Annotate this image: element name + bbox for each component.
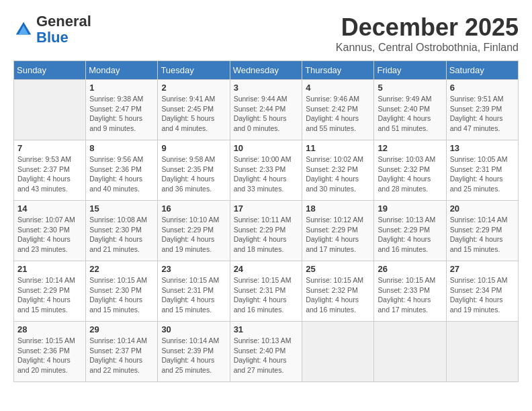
day-number: 5 [378, 83, 442, 93]
calendar-cell [14, 80, 86, 140]
day-number: 15 [89, 203, 154, 214]
title-block: December 2025 Kannus, Central Ostrobothn… [336, 13, 519, 54]
calendar-week-5: 28Sunrise: 10:15 AM Sunset: 2:36 PM Dayl… [14, 322, 519, 382]
page-header: General Blue December 2025 Kannus, Centr… [13, 13, 519, 54]
calendar-week-2: 7Sunrise: 9:53 AM Sunset: 2:37 PM Daylig… [14, 140, 519, 201]
day-info: Sunrise: 10:05 AM Sunset: 2:31 PM Daylig… [450, 154, 515, 194]
day-info: Sunrise: 10:15 AM Sunset: 2:31 PM Daylig… [161, 275, 226, 315]
calendar-cell: 18Sunrise: 10:12 AM Sunset: 2:29 PM Dayl… [302, 201, 374, 261]
day-info: Sunrise: 10:14 AM Sunset: 2:29 PM Daylig… [17, 275, 82, 315]
day-number: 4 [306, 83, 370, 93]
day-info: Sunrise: 10:15 AM Sunset: 2:36 PM Daylig… [17, 336, 82, 375]
day-info: Sunrise: 9:58 AM Sunset: 2:35 PM Dayligh… [161, 154, 226, 194]
day-info: Sunrise: 10:13 AM Sunset: 2:40 PM Daylig… [234, 336, 299, 375]
calendar-cell: 19Sunrise: 10:13 AM Sunset: 2:29 PM Dayl… [374, 201, 446, 261]
day-number: 13 [450, 143, 515, 153]
day-number: 29 [89, 324, 154, 334]
day-number: 10 [234, 143, 299, 153]
day-info: Sunrise: 10:10 AM Sunset: 2:29 PM Daylig… [161, 215, 226, 255]
calendar-cell: 24Sunrise: 10:15 AM Sunset: 2:31 PM Dayl… [230, 261, 302, 322]
calendar-cell: 11Sunrise: 10:02 AM Sunset: 2:32 PM Dayl… [302, 140, 374, 201]
calendar-header-row: SundayMondayTuesdayWednesdayThursdayFrid… [14, 61, 519, 80]
day-info: Sunrise: 10:07 AM Sunset: 2:30 PM Daylig… [17, 215, 82, 255]
logo-general-text: General [36, 13, 91, 30]
day-number: 2 [161, 83, 226, 93]
calendar-cell [446, 322, 518, 382]
day-number: 21 [17, 264, 82, 274]
calendar-cell: 10Sunrise: 10:00 AM Sunset: 2:33 PM Dayl… [230, 140, 302, 201]
day-header-sunday: Sunday [14, 61, 86, 80]
day-number: 30 [161, 324, 226, 334]
calendar-cell: 1Sunrise: 9:38 AM Sunset: 2:47 PM Daylig… [86, 80, 158, 140]
day-info: Sunrise: 10:15 AM Sunset: 2:34 PM Daylig… [450, 275, 515, 315]
day-number: 7 [17, 143, 82, 153]
day-info: Sunrise: 10:14 AM Sunset: 2:29 PM Daylig… [450, 215, 515, 255]
calendar-cell: 22Sunrise: 10:15 AM Sunset: 2:30 PM Dayl… [86, 261, 158, 322]
day-header-wednesday: Wednesday [230, 61, 302, 80]
calendar-cell [302, 322, 374, 382]
day-number: 19 [378, 203, 442, 214]
day-number: 14 [17, 203, 82, 214]
day-number: 6 [450, 83, 515, 93]
calendar-cell: 9Sunrise: 9:58 AM Sunset: 2:35 PM Daylig… [158, 140, 230, 201]
day-info: Sunrise: 9:49 AM Sunset: 2:40 PM Dayligh… [378, 94, 442, 134]
day-info: Sunrise: 9:51 AM Sunset: 2:39 PM Dayligh… [450, 94, 515, 134]
day-number: 9 [161, 143, 226, 153]
day-info: Sunrise: 9:56 AM Sunset: 2:36 PM Dayligh… [89, 154, 154, 194]
calendar-cell: 25Sunrise: 10:15 AM Sunset: 2:32 PM Dayl… [302, 261, 374, 322]
day-number: 1 [89, 83, 154, 93]
day-info: Sunrise: 10:08 AM Sunset: 2:30 PM Daylig… [89, 215, 154, 255]
calendar-cell: 16Sunrise: 10:10 AM Sunset: 2:29 PM Dayl… [158, 201, 230, 261]
day-info: Sunrise: 10:13 AM Sunset: 2:29 PM Daylig… [378, 215, 442, 255]
day-info: Sunrise: 10:12 AM Sunset: 2:29 PM Daylig… [306, 215, 370, 255]
day-number: 16 [161, 203, 226, 214]
calendar-cell: 27Sunrise: 10:15 AM Sunset: 2:34 PM Dayl… [446, 261, 518, 322]
day-info: Sunrise: 10:02 AM Sunset: 2:32 PM Daylig… [306, 154, 370, 194]
calendar-cell: 23Sunrise: 10:15 AM Sunset: 2:31 PM Dayl… [158, 261, 230, 322]
calendar-cell: 20Sunrise: 10:14 AM Sunset: 2:29 PM Dayl… [446, 201, 518, 261]
logo-blue-text: Blue [36, 30, 91, 46]
day-header-monday: Monday [86, 61, 158, 80]
calendar-cell: 21Sunrise: 10:14 AM Sunset: 2:29 PM Dayl… [14, 261, 86, 322]
day-number: 20 [450, 203, 515, 214]
calendar-cell: 28Sunrise: 10:15 AM Sunset: 2:36 PM Dayl… [14, 322, 86, 382]
calendar-cell: 15Sunrise: 10:08 AM Sunset: 2:30 PM Dayl… [86, 201, 158, 261]
day-number: 22 [89, 264, 154, 274]
day-info: Sunrise: 10:14 AM Sunset: 2:39 PM Daylig… [161, 336, 226, 375]
calendar-cell: 12Sunrise: 10:03 AM Sunset: 2:32 PM Dayl… [374, 140, 446, 201]
calendar-week-1: 1Sunrise: 9:38 AM Sunset: 2:47 PM Daylig… [14, 80, 519, 140]
day-header-thursday: Thursday [302, 61, 374, 80]
day-info: Sunrise: 9:46 AM Sunset: 2:42 PM Dayligh… [306, 94, 370, 134]
day-number: 23 [161, 264, 226, 274]
calendar-cell: 7Sunrise: 9:53 AM Sunset: 2:37 PM Daylig… [14, 140, 86, 201]
day-info: Sunrise: 10:14 AM Sunset: 2:37 PM Daylig… [89, 336, 154, 375]
calendar-cell [374, 322, 446, 382]
day-info: Sunrise: 9:41 AM Sunset: 2:45 PM Dayligh… [161, 94, 226, 134]
calendar-cell: 14Sunrise: 10:07 AM Sunset: 2:30 PM Dayl… [14, 201, 86, 261]
day-number: 31 [234, 324, 299, 334]
day-number: 17 [234, 203, 299, 214]
day-info: Sunrise: 10:15 AM Sunset: 2:31 PM Daylig… [234, 275, 299, 315]
day-number: 28 [17, 324, 82, 334]
day-header-friday: Friday [374, 61, 446, 80]
day-number: 8 [89, 143, 154, 153]
logo: General Blue [13, 13, 91, 46]
calendar-cell: 5Sunrise: 9:49 AM Sunset: 2:40 PM Daylig… [374, 80, 446, 140]
day-number: 27 [450, 264, 515, 274]
calendar-cell: 26Sunrise: 10:15 AM Sunset: 2:33 PM Dayl… [374, 261, 446, 322]
calendar-cell: 6Sunrise: 9:51 AM Sunset: 2:39 PM Daylig… [446, 80, 518, 140]
calendar-cell: 31Sunrise: 10:13 AM Sunset: 2:40 PM Dayl… [230, 322, 302, 382]
calendar-week-3: 14Sunrise: 10:07 AM Sunset: 2:30 PM Dayl… [14, 201, 519, 261]
day-info: Sunrise: 10:15 AM Sunset: 2:32 PM Daylig… [306, 275, 370, 315]
day-info: Sunrise: 10:03 AM Sunset: 2:32 PM Daylig… [378, 154, 442, 194]
day-number: 12 [378, 143, 442, 153]
location-text: Kannus, Central Ostrobothnia, Finland [336, 42, 519, 54]
day-number: 18 [306, 203, 370, 214]
day-header-tuesday: Tuesday [158, 61, 230, 80]
calendar-cell: 4Sunrise: 9:46 AM Sunset: 2:42 PM Daylig… [302, 80, 374, 140]
day-info: Sunrise: 10:11 AM Sunset: 2:29 PM Daylig… [234, 215, 299, 255]
calendar-cell: 3Sunrise: 9:44 AM Sunset: 2:44 PM Daylig… [230, 80, 302, 140]
day-info: Sunrise: 9:38 AM Sunset: 2:47 PM Dayligh… [89, 94, 154, 134]
day-header-saturday: Saturday [446, 61, 518, 80]
calendar-week-4: 21Sunrise: 10:14 AM Sunset: 2:29 PM Dayl… [14, 261, 519, 322]
